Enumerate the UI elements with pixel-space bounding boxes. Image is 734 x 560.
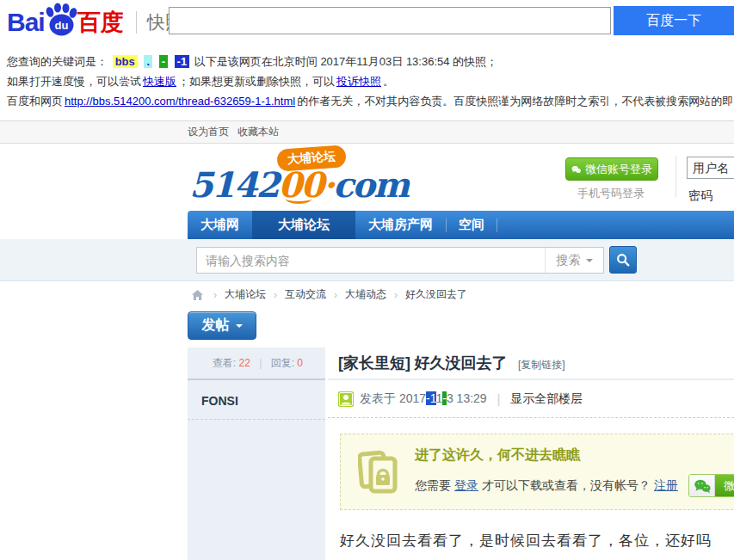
username-input[interactable] [687, 157, 734, 179]
forum-search-button[interactable] [609, 246, 637, 274]
breadcrumb: › 大埔论坛 › 互动交流 › 大埔动态 › 好久没回去了 [0, 281, 734, 308]
breadcrumb-section[interactable]: 互动交流 [285, 287, 326, 302]
baidu-logo[interactable]: Bai du 百度 快照 [7, 5, 183, 40]
post-date: 发表于 2017-11-3 13:29 [360, 391, 487, 407]
forum-searchbar: 搜索 [0, 239, 734, 281]
snapshot-line-2: 如果打开速度慢，可以尝试快速版；如果想更新或删除快照，可以投诉快照。 [7, 71, 734, 91]
post-content: 好久没回去看看了，是时候回去看看了，各位，还好吗 [340, 531, 734, 551]
wechat-icon [694, 478, 711, 494]
views-label: 查看: [213, 357, 236, 369]
replies-count: 0 [297, 357, 303, 369]
post-meta-divider [328, 417, 734, 418]
breadcrumb-current: 好久没回去了 [405, 287, 467, 302]
locked-pages-icon [358, 448, 399, 496]
highlighted-keyword: -1 [426, 391, 436, 405]
forum-search-box: 搜索 [196, 247, 604, 274]
thread-view: 查看: 22 | 回复: 0 FONSI [家长里短] 好久没回去了 [复制链接… [188, 348, 734, 560]
baidu-search-input[interactable] [169, 7, 611, 34]
nav-item-fangchanwang[interactable]: 大埔房产网 [355, 211, 446, 239]
meta-divider: | [497, 392, 501, 406]
post-button-row: 发帖 [0, 311, 734, 348]
thread-category: [家长里短] [338, 354, 410, 372]
replies-label: 回复: [271, 357, 294, 369]
baidu-snapshot-header: Bai du 百度 快照 百度一下 您查询的关键词是： bbs . - -1 以… [0, 0, 734, 120]
thread-right-column: [家长里短] 好久没回去了 [复制链接] 发表于 2017-11-3 13:29… [328, 348, 734, 560]
thread-title: 好久没回去了 [414, 354, 507, 372]
register-link[interactable]: 注册 [654, 478, 678, 494]
show-all-floors-link[interactable]: 显示全部楼层 [510, 391, 583, 407]
phone-login-link[interactable]: 手机号码登录 [577, 186, 645, 201]
wechat-login-label: 微信账号登录 [585, 162, 652, 177]
snapshot-info: 您查询的关键词是： bbs . - -1 以下是该网页在北京时间 2017年11… [0, 52, 734, 111]
search-scope-dropdown[interactable]: 搜索 [545, 248, 603, 273]
breadcrumb-forum[interactable]: 大埔论坛 [225, 287, 266, 302]
snapshot-line-3: 百度和网页http://bbs.514200.com/thread-632659… [7, 91, 734, 111]
keywords-prefix: 您查询的关键词是： [7, 55, 108, 68]
logo-divider [136, 11, 137, 34]
nav-separator [497, 218, 497, 232]
nav-item-dapuluntan[interactable]: 大埔论坛 [252, 211, 355, 239]
search-scope-label: 搜索 [557, 253, 581, 268]
author-divider [188, 419, 325, 420]
locked-instructions: 您需要 登录 才可以下载或查看，没有帐号？ 注册 [415, 474, 734, 497]
search-icon [615, 252, 631, 268]
site-topbar: 设为首页 收藏本站 [0, 120, 734, 144]
forum-header: 514200·com 大埔论坛 微信账号登录 手机号码登录 密码 [0, 144, 734, 211]
home-icon[interactable] [191, 289, 204, 301]
thread-title-row: [家长里短] 好久没回去了 [复制链接] [328, 348, 734, 380]
login-divider [675, 156, 676, 197]
wechat-login-small-label: 微信账号登录 [715, 475, 734, 496]
logo-smile-decoration [286, 194, 311, 204]
complain-snapshot-link[interactable]: 投诉快照 [336, 75, 381, 88]
main-nav: 大埔网 大埔论坛 大埔房产网 空间 [188, 211, 734, 239]
baidu-search-button[interactable]: 百度一下 [614, 6, 734, 35]
site-logo[interactable]: 514200·com 大埔论坛 [189, 152, 361, 204]
bookmark-site-link[interactable]: 收藏本站 [237, 125, 279, 139]
nav-item-kongjian[interactable]: 空间 [447, 211, 497, 239]
snapshot-line-1: 您查询的关键词是： bbs . - -1 以下是该网页在北京时间 2017年11… [7, 52, 734, 71]
set-homepage-link[interactable]: 设为首页 [188, 125, 229, 139]
logo-number: 5142 [189, 164, 278, 205]
baidu-logo-cn: 百度 [77, 7, 124, 38]
author-name-link[interactable]: FONSI [188, 380, 325, 419]
locked-title: 进了这许久，何不进去瞧瞧 [415, 446, 734, 465]
keyword-badge: - [159, 55, 168, 68]
source-url-link[interactable]: http://bbs.514200.com/thread-632659-1-1.… [65, 95, 295, 108]
forum-search-input[interactable] [197, 248, 545, 273]
wechat-login-button-small[interactable]: 微信账号登录 [688, 474, 734, 497]
breadcrumb-subforum[interactable]: 大埔动态 [345, 287, 386, 302]
keyword-badge: bbs [113, 55, 138, 68]
snapshot-time-text: 以下是该网页在北京时间 2017年11月03日 13:36:54 的快照； [194, 55, 497, 68]
views-count: 22 [238, 357, 250, 369]
login-link[interactable]: 登录 [454, 478, 478, 494]
copy-link-button[interactable]: [复制链接] [518, 359, 565, 371]
thread-left-column: 查看: 22 | 回复: 0 FONSI [188, 348, 325, 560]
new-post-button[interactable]: 发帖 [188, 311, 256, 340]
keyword-badge: . [144, 55, 152, 68]
locked-content-box: 进了这许久，何不进去瞧瞧 您需要 登录 才可以下载或查看，没有帐号？ 注册 [340, 434, 734, 510]
baidu-logo-bai: Bai [7, 8, 45, 37]
avatar-icon [338, 391, 354, 407]
svg-text:du: du [54, 19, 68, 32]
thread-stats: 查看: 22 | 回复: 0 [188, 348, 325, 380]
password-label: 密码 [688, 188, 712, 204]
breadcrumb-separator: › [213, 289, 217, 301]
keyword-badge: -1 [175, 55, 190, 68]
chevron-down-icon [586, 259, 593, 266]
logo-bubble: 大埔论坛 [276, 145, 347, 172]
post-meta-row: 发表于 2017-11-3 13:29 | 显示全部楼层 [328, 380, 734, 407]
wechat-icon [571, 162, 581, 177]
baidu-paw-icon: du [43, 3, 79, 37]
fast-version-link[interactable]: 快速版 [143, 75, 176, 88]
chevron-down-icon [236, 324, 243, 331]
wechat-login-button[interactable]: 微信账号登录 [565, 157, 658, 181]
nav-item-dapuwang[interactable]: 大埔网 [188, 211, 252, 239]
new-post-label: 发帖 [202, 317, 230, 335]
